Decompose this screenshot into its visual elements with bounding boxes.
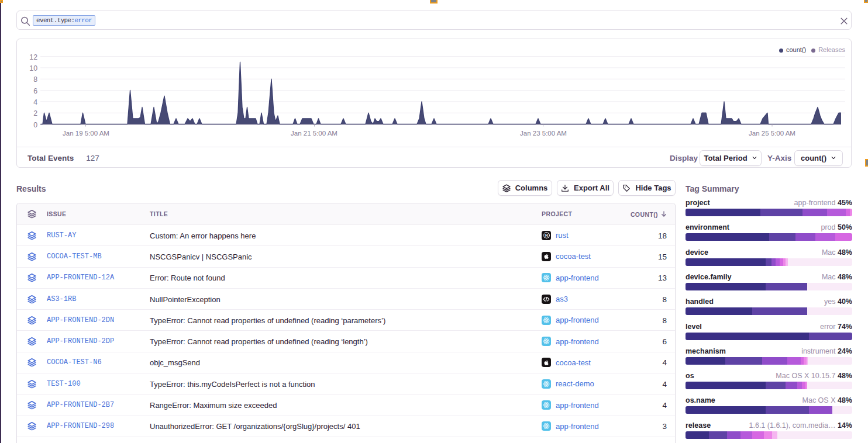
- svg-text:R: R: [545, 233, 548, 237]
